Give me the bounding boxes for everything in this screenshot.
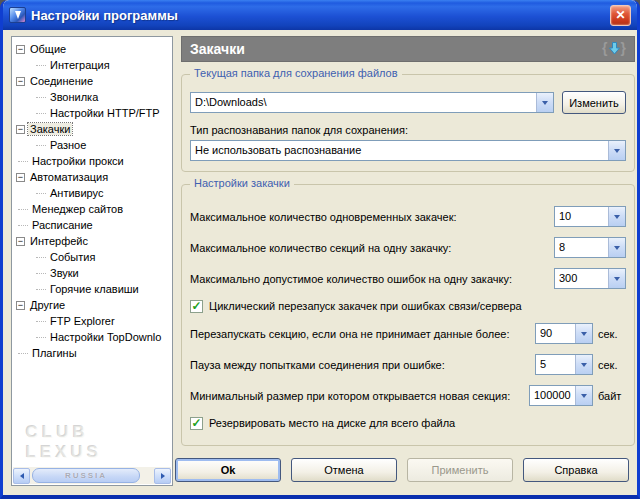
dropdown-button[interactable]	[575, 355, 592, 374]
collapse-icon[interactable]: −	[16, 173, 25, 182]
apply-button: Применить	[407, 458, 513, 482]
tree-connector	[36, 273, 46, 274]
chevron-down-icon	[542, 101, 548, 105]
chevron-down-icon	[581, 332, 587, 336]
cyclic-restart-label: Циклический перезапуск закачек при ошибк…	[209, 300, 522, 312]
reserve-space-checkbox[interactable]: ✓	[190, 417, 203, 430]
right-arrow-icon	[161, 473, 165, 479]
tree-selected-item[interactable]: Закачки	[28, 123, 72, 135]
down-arrow-icon	[608, 41, 621, 56]
chevron-down-icon	[614, 246, 620, 250]
tree-item-soedinenie[interactable]: −Соединение	[12, 73, 172, 89]
dropdown-button[interactable]	[608, 238, 625, 257]
tree-connector	[36, 289, 46, 290]
tree-item-obshchie[interactable]: −Общие	[12, 41, 172, 57]
page-header: Закачки { }	[181, 36, 635, 62]
settings-tree[interactable]: −Общие Интеграция −Соединение Звонилка Н…	[11, 36, 173, 486]
min-size-combobox[interactable]: 100000	[529, 385, 593, 406]
tree-item-plaginy[interactable]: Плагины	[12, 345, 172, 361]
tree-item-proxy[interactable]: Настройки прокси	[12, 153, 172, 169]
tree-item-site-manager[interactable]: Менеджер сайтов	[12, 201, 172, 217]
watermark-russia: RUSSIA	[65, 471, 107, 480]
window-title: Настройки программы	[31, 8, 610, 23]
settings-dialog: Настройки программы ✕ −Общие Интеграция …	[0, 0, 640, 499]
collapse-icon[interactable]: −	[16, 237, 25, 246]
setting-row-max-sections: Максимальное количество секций на одну з…	[190, 232, 626, 263]
max-downloads-combobox[interactable]: 10	[554, 206, 626, 227]
collapse-icon[interactable]: −	[16, 77, 25, 86]
tree-item-integraciya[interactable]: Интеграция	[12, 57, 172, 73]
left-arrow-icon	[20, 473, 24, 479]
ok-button[interactable]: Ok	[175, 458, 281, 482]
watermark-club-lexus: CLUB LEXUS	[26, 423, 172, 463]
max-errors-combobox[interactable]: 300	[554, 268, 626, 289]
collapse-icon[interactable]: −	[16, 45, 25, 54]
change-folder-button[interactable]: Изменить	[562, 91, 626, 114]
folder-group: Текущая папка для сохранения файлов D:\D…	[181, 74, 635, 172]
tree-connector	[36, 337, 46, 338]
tree-item-raspisanie[interactable]: Расписание	[12, 217, 172, 233]
tree-item-raznoe[interactable]: Разное	[12, 137, 172, 153]
dropdown-button[interactable]	[536, 93, 553, 112]
recognition-label: Тип распознавания папок для сохранения:	[190, 124, 626, 136]
tree-item-drugie[interactable]: −Другие	[12, 297, 172, 313]
tree-item-topdownload[interactable]: Настройки TopDownlo	[12, 329, 172, 345]
tree-item-zvuki[interactable]: Звуки	[12, 265, 172, 281]
tree-item-http-ftp[interactable]: Настройки HTTP/FTP	[12, 105, 172, 121]
retry-pause-combobox[interactable]: 5	[535, 354, 593, 375]
recognition-combobox[interactable]: Не использовать распознавание	[190, 140, 626, 161]
tree-item-sobytiya[interactable]: События	[12, 249, 172, 265]
chevron-down-icon	[614, 215, 620, 219]
main-panel: Закачки { } Текущая папка для сохранения…	[181, 36, 635, 446]
restart-timeout-combobox[interactable]: 90	[535, 323, 593, 344]
tree-connector	[36, 321, 46, 322]
setting-row-min-section-size: Минимальный размер при котором открывает…	[190, 380, 626, 411]
max-sections-combobox[interactable]: 8	[554, 237, 626, 258]
recognition-value[interactable]: Не использовать распознавание	[191, 141, 608, 160]
tree-connector	[36, 65, 46, 66]
scrollbar-thumb[interactable]: RUSSIA	[32, 468, 140, 483]
setting-row-restart-section: Перезапускать секцию, если она не приним…	[190, 318, 626, 349]
reserve-space-label: Резервировать место на диске для всего ф…	[209, 417, 455, 429]
collapse-icon[interactable]: −	[16, 301, 25, 310]
cyclic-restart-checkbox[interactable]: ✓	[190, 300, 203, 313]
tree-item-interfeys[interactable]: −Интерфейс	[12, 233, 172, 249]
folder-value[interactable]: D:\Downloads\	[191, 93, 536, 112]
chevron-down-icon	[614, 277, 620, 281]
tree-item-antivirus[interactable]: Антивирус	[12, 185, 172, 201]
cancel-button[interactable]: Отмена	[291, 458, 397, 482]
download-settings-group: Настройки закачки Максимальное количеств…	[181, 184, 635, 446]
title-bar[interactable]: Настройки программы ✕	[3, 0, 637, 30]
dialog-buttons: Ok Отмена Применить Справка	[175, 458, 629, 482]
dropdown-button[interactable]	[575, 324, 592, 343]
tree-item-zvonilka[interactable]: Звонилка	[12, 89, 172, 105]
download-group-title: Настройки закачки	[190, 177, 294, 189]
tree-item-zakachki[interactable]: −Закачки	[12, 121, 172, 137]
scroll-right-arrow[interactable]	[154, 468, 171, 484]
tree-connector	[36, 113, 46, 114]
collapse-icon[interactable]: −	[16, 125, 25, 134]
chevron-down-icon	[581, 363, 587, 367]
collapse-page-button[interactable]: { }	[602, 40, 626, 56]
tree-item-ftp-explorer[interactable]: FTP Explorer	[12, 313, 172, 329]
folder-combobox[interactable]: D:\Downloads\	[190, 92, 554, 113]
chevron-down-icon	[581, 394, 587, 398]
tree-horizontal-scrollbar[interactable]: RUSSIA	[13, 467, 171, 484]
tree-connector	[36, 257, 46, 258]
close-button[interactable]: ✕	[610, 5, 631, 26]
dropdown-button[interactable]	[608, 141, 625, 160]
brace-right: }	[621, 40, 626, 56]
help-button[interactable]: Справка	[523, 458, 629, 482]
scroll-left-arrow[interactable]	[13, 468, 30, 484]
folder-group-title: Текущая папка для сохранения файлов	[190, 67, 402, 79]
folder-row: D:\Downloads\ Изменить	[190, 91, 626, 114]
dropdown-button[interactable]	[608, 207, 625, 226]
tree-item-avtomatizaciya[interactable]: −Автоматизация	[12, 169, 172, 185]
tree-connector	[18, 209, 28, 210]
tree-item-hotkeys[interactable]: Горячие клавиши	[12, 281, 172, 297]
cyclic-restart-row: ✓ Циклический перезапуск закачек при оши…	[190, 294, 626, 318]
dropdown-button[interactable]	[575, 386, 592, 405]
tree-connector	[18, 353, 28, 354]
dropdown-button[interactable]	[608, 269, 625, 288]
setting-row-max-errors: Максимально допустимое количество ошибок…	[190, 263, 626, 294]
